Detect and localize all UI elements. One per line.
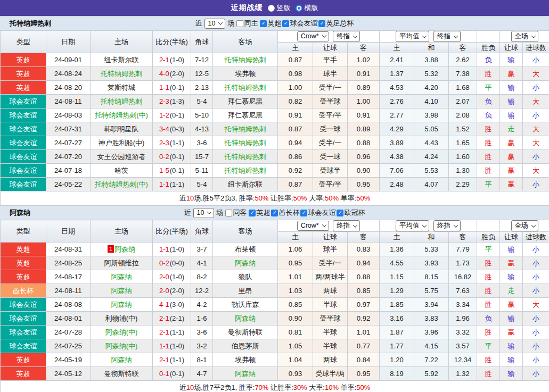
handicap-source-select[interactable]: Crow* [297,221,329,231]
home-team: 韩职明星队 [104,125,139,133]
checkbox-icon[interactable]: ✓ [249,210,256,216]
away-team: 阿森纳 [235,259,256,267]
result-handicap-value: 赢 [508,70,515,78]
euro-draw-odds: 5.53 [414,164,449,178]
league-filter[interactable]: ✓英超 [260,19,281,28]
result-wdl-value: 平 [485,180,492,188]
checkbox-icon[interactable]: ✓ [318,20,325,27]
result-wdl-value: 胜 [485,70,492,78]
euro-draw-odds: 5.05 [414,122,449,136]
euro-time-select[interactable]: 终指 [433,31,461,42]
result-wdl-value: 胜 [485,356,492,364]
away-team-cell: 纽卡斯尔联 [213,178,278,191]
same-venue-filter[interactable]: 同客 [225,208,247,218]
corner-count: 5-11 [191,164,213,178]
result-goals: 小 [523,256,549,270]
league-filter[interactable]: ✓球会友谊 [282,19,317,28]
away-team-cell: 曼彻斯特联 [213,326,278,339]
euro-draw-odds: 3.98 [414,109,449,122]
summary-segment: 10% [325,383,339,391]
halftime-score: (0-1) [170,166,184,174]
layout-radio-vertical[interactable]: 竖版 [268,3,291,13]
handicap-line: 受球半 [313,164,348,178]
radio-icon[interactable] [268,5,275,12]
checkbox-icon[interactable]: ✓ [260,20,267,27]
euro-source-value: 平均值 [399,221,420,230]
fulltime-score: 1-1 [159,342,169,350]
euro-draw-odds: 4.10 [414,95,449,109]
result-wdl-value: 平 [485,342,492,350]
euro-draw-odds: 3.88 [414,53,449,67]
away-team-cell: 里昂 [213,284,278,298]
checkbox-icon[interactable]: ✓ [271,210,278,216]
handicap-away-odds: 0.92 [348,312,380,326]
filter-controls: 近 10 场 同客 ✓英超✓酋长杯✓球会友谊✓欧冠杯 [184,208,365,218]
checkbox-icon[interactable] [225,210,232,216]
handicap-line: 球半 [313,67,348,81]
away-team-cell: 埃弗顿 [213,67,278,81]
col-header-ah-line: 让球 [313,232,348,243]
euro-source-select[interactable]: 平均值 [396,220,430,231]
league-filter[interactable]: ✓球会友谊 [300,208,335,218]
halftime-score: (1-1) [170,139,184,147]
scope-value: 全场 [515,221,528,230]
league-filter[interactable]: ✓英超 [249,208,270,218]
handicap-source-select[interactable]: Crow* [297,31,329,41]
handicap-line: 半球 [313,326,348,339]
recent-games-value: 10 [208,20,216,27]
match-row: 球会友谊 24-08-01 利物浦(中) 2-1(2-1) 1-6 阿森纳 0.… [1,312,549,326]
scope-select[interactable]: 全场 [511,220,538,231]
result-handicap: 输 [500,109,523,122]
halftime-score: (0-1) [170,84,184,91]
result-handicap: 走 [500,122,523,136]
near-label: 近 [184,208,191,218]
home-team-cell: 曼彻斯特联 [91,367,153,381]
corner-count: 5-4 [191,178,213,191]
euro-source-select[interactable]: 平均值 [396,31,430,42]
league-filter[interactable]: ✓酋长杯 [271,208,299,218]
handicap-away-odds: 0.97 [348,298,380,312]
recent-games-select[interactable]: 10 [193,208,215,218]
away-team: 托特纳姆热刺 [225,125,266,133]
euro-draw-odds: 3.96 [414,326,449,339]
scope-select[interactable]: 全场 [511,31,538,42]
league-filters: ✓英超✓球会友谊✓英足总杯 [260,19,354,28]
checkbox-icon[interactable]: ✓ [282,20,289,27]
halftime-score: (0-1) [170,111,184,119]
handicap-line: 受半球 [313,312,348,326]
same-venue-filter[interactable]: 同主 [236,19,258,28]
handicap-away-odds: 1.00 [348,95,380,109]
rank-badge: 1 [108,245,114,253]
handicap-home-odds: 0.86 [278,150,313,164]
home-team-cell: 阿森纳 [91,353,153,367]
score-cell: 1-1(1-0) [153,339,191,353]
league-filter[interactable]: ✓欧冠杯 [337,208,365,218]
handicap-line: 受半/一 [313,81,348,95]
scope-dropdown-cell: 全场 [500,31,549,43]
col-header-eu-draw: 和 [414,232,449,243]
result-wdl: 平 [477,178,500,191]
league-filter[interactable]: ✓英足总杯 [318,19,354,28]
corner-count: 8-1 [191,353,213,367]
home-team: 托特纳姆热刺 [101,97,142,105]
result-wdl-value: 胜 [485,370,492,378]
euro-away-odds: 7.79 [449,243,477,256]
match-date: 24-08-03 [46,109,91,122]
checkbox-icon[interactable]: ✓ [337,210,343,216]
radio-icon[interactable] [296,5,302,12]
away-team: 勒沃库森 [232,301,259,308]
summary-segment: 让胜率: [268,194,293,202]
recent-games-select[interactable]: 10 [204,19,226,29]
home-team-cell: 女王公园巡游者 [91,150,153,164]
match-type-badge: 球会友谊 [1,326,46,339]
euro-time-select[interactable]: 终指 [433,220,461,231]
layout-radio-horizontal[interactable]: 横版 [296,3,318,13]
corner-count: 15-7 [191,150,213,164]
handicap-time-select[interactable]: 终指 [333,220,360,231]
scope-dropdown-cell: 全场 [500,220,549,232]
checkbox-icon[interactable] [236,20,243,27]
col-header-corner: 角球 [191,31,213,53]
away-team: 阿森纳 [235,370,256,378]
handicap-time-select[interactable]: 终指 [333,31,360,42]
checkbox-icon[interactable]: ✓ [300,210,307,216]
